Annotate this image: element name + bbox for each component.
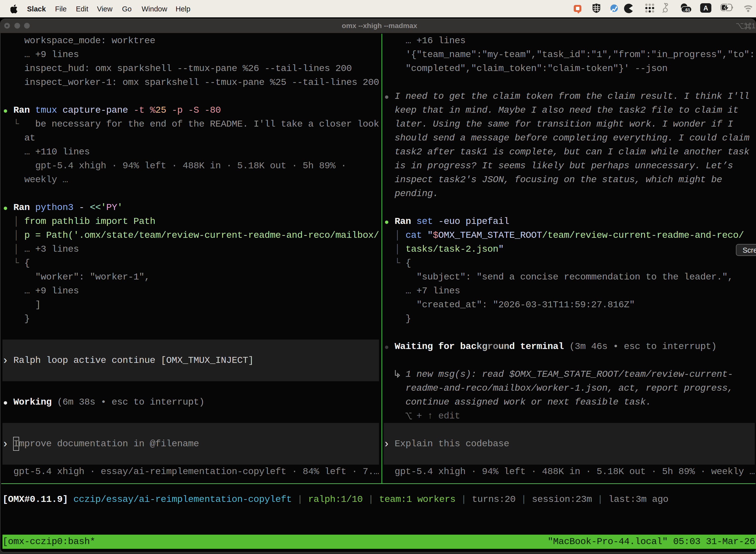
- svg-text:..61: ..61: [683, 8, 690, 12]
- svg-text:1: 1: [752, 22, 756, 30]
